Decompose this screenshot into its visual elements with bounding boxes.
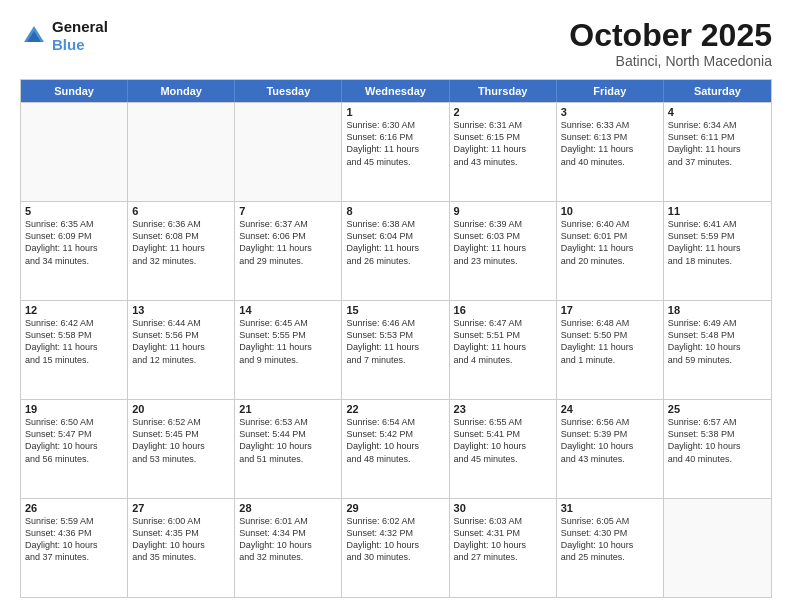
logo-icon: [20, 22, 48, 50]
cell-daylight-info: Sunrise: 6:30 AM Sunset: 6:16 PM Dayligh…: [346, 119, 444, 168]
calendar-cell: 13Sunrise: 6:44 AM Sunset: 5:56 PM Dayli…: [128, 301, 235, 399]
day-number: 15: [346, 304, 444, 316]
day-number: 27: [132, 502, 230, 514]
cell-daylight-info: Sunrise: 6:01 AM Sunset: 4:34 PM Dayligh…: [239, 515, 337, 564]
day-number: 23: [454, 403, 552, 415]
cell-daylight-info: Sunrise: 6:00 AM Sunset: 4:35 PM Dayligh…: [132, 515, 230, 564]
day-number: 9: [454, 205, 552, 217]
cell-daylight-info: Sunrise: 6:46 AM Sunset: 5:53 PM Dayligh…: [346, 317, 444, 366]
calendar-cell: 18Sunrise: 6:49 AM Sunset: 5:48 PM Dayli…: [664, 301, 771, 399]
calendar-cell: 15Sunrise: 6:46 AM Sunset: 5:53 PM Dayli…: [342, 301, 449, 399]
day-number: 29: [346, 502, 444, 514]
calendar-cell: 22Sunrise: 6:54 AM Sunset: 5:42 PM Dayli…: [342, 400, 449, 498]
day-number: 13: [132, 304, 230, 316]
day-number: 21: [239, 403, 337, 415]
calendar-cell: [21, 103, 128, 201]
day-number: 12: [25, 304, 123, 316]
calendar-cell: 28Sunrise: 6:01 AM Sunset: 4:34 PM Dayli…: [235, 499, 342, 597]
day-number: 28: [239, 502, 337, 514]
cell-daylight-info: Sunrise: 6:49 AM Sunset: 5:48 PM Dayligh…: [668, 317, 767, 366]
weekday-header-thursday: Thursday: [450, 80, 557, 102]
calendar-cell: [128, 103, 235, 201]
cell-daylight-info: Sunrise: 6:48 AM Sunset: 5:50 PM Dayligh…: [561, 317, 659, 366]
day-number: 4: [668, 106, 767, 118]
calendar-cell: 1Sunrise: 6:30 AM Sunset: 6:16 PM Daylig…: [342, 103, 449, 201]
calendar-cell: 5Sunrise: 6:35 AM Sunset: 6:09 PM Daylig…: [21, 202, 128, 300]
cell-daylight-info: Sunrise: 6:42 AM Sunset: 5:58 PM Dayligh…: [25, 317, 123, 366]
cell-daylight-info: Sunrise: 6:54 AM Sunset: 5:42 PM Dayligh…: [346, 416, 444, 465]
cell-daylight-info: Sunrise: 6:53 AM Sunset: 5:44 PM Dayligh…: [239, 416, 337, 465]
calendar-cell: 27Sunrise: 6:00 AM Sunset: 4:35 PM Dayli…: [128, 499, 235, 597]
calendar-cell: 3Sunrise: 6:33 AM Sunset: 6:13 PM Daylig…: [557, 103, 664, 201]
location-subtitle: Batinci, North Macedonia: [569, 53, 772, 69]
day-number: 7: [239, 205, 337, 217]
calendar: SundayMondayTuesdayWednesdayThursdayFrid…: [20, 79, 772, 598]
cell-daylight-info: Sunrise: 6:47 AM Sunset: 5:51 PM Dayligh…: [454, 317, 552, 366]
day-number: 14: [239, 304, 337, 316]
calendar-row: 19Sunrise: 6:50 AM Sunset: 5:47 PM Dayli…: [21, 399, 771, 498]
weekday-header-sunday: Sunday: [21, 80, 128, 102]
cell-daylight-info: Sunrise: 6:50 AM Sunset: 5:47 PM Dayligh…: [25, 416, 123, 465]
weekday-header-monday: Monday: [128, 80, 235, 102]
cell-daylight-info: Sunrise: 6:38 AM Sunset: 6:04 PM Dayligh…: [346, 218, 444, 267]
day-number: 25: [668, 403, 767, 415]
calendar-cell: 14Sunrise: 6:45 AM Sunset: 5:55 PM Dayli…: [235, 301, 342, 399]
logo: General Blue: [20, 18, 108, 54]
day-number: 5: [25, 205, 123, 217]
day-number: 1: [346, 106, 444, 118]
day-number: 3: [561, 106, 659, 118]
weekday-header-wednesday: Wednesday: [342, 80, 449, 102]
cell-daylight-info: Sunrise: 6:03 AM Sunset: 4:31 PM Dayligh…: [454, 515, 552, 564]
cell-daylight-info: Sunrise: 6:02 AM Sunset: 4:32 PM Dayligh…: [346, 515, 444, 564]
cell-daylight-info: Sunrise: 6:37 AM Sunset: 6:06 PM Dayligh…: [239, 218, 337, 267]
weekday-header-tuesday: Tuesday: [235, 80, 342, 102]
weekday-header-saturday: Saturday: [664, 80, 771, 102]
calendar-cell: 10Sunrise: 6:40 AM Sunset: 6:01 PM Dayli…: [557, 202, 664, 300]
calendar-cell: 8Sunrise: 6:38 AM Sunset: 6:04 PM Daylig…: [342, 202, 449, 300]
page: General Blue October 2025 Batinci, North…: [0, 0, 792, 612]
cell-daylight-info: Sunrise: 6:44 AM Sunset: 5:56 PM Dayligh…: [132, 317, 230, 366]
day-number: 18: [668, 304, 767, 316]
day-number: 11: [668, 205, 767, 217]
calendar-cell: 31Sunrise: 6:05 AM Sunset: 4:30 PM Dayli…: [557, 499, 664, 597]
calendar-cell: 24Sunrise: 6:56 AM Sunset: 5:39 PM Dayli…: [557, 400, 664, 498]
day-number: 22: [346, 403, 444, 415]
calendar-cell: 7Sunrise: 6:37 AM Sunset: 6:06 PM Daylig…: [235, 202, 342, 300]
calendar-row: 26Sunrise: 5:59 AM Sunset: 4:36 PM Dayli…: [21, 498, 771, 597]
calendar-cell: 17Sunrise: 6:48 AM Sunset: 5:50 PM Dayli…: [557, 301, 664, 399]
calendar-cell: 6Sunrise: 6:36 AM Sunset: 6:08 PM Daylig…: [128, 202, 235, 300]
day-number: 10: [561, 205, 659, 217]
calendar-cell: 12Sunrise: 6:42 AM Sunset: 5:58 PM Dayli…: [21, 301, 128, 399]
day-number: 20: [132, 403, 230, 415]
cell-daylight-info: Sunrise: 6:33 AM Sunset: 6:13 PM Dayligh…: [561, 119, 659, 168]
cell-daylight-info: Sunrise: 6:45 AM Sunset: 5:55 PM Dayligh…: [239, 317, 337, 366]
cell-daylight-info: Sunrise: 6:52 AM Sunset: 5:45 PM Dayligh…: [132, 416, 230, 465]
day-number: 30: [454, 502, 552, 514]
calendar-row: 12Sunrise: 6:42 AM Sunset: 5:58 PM Dayli…: [21, 300, 771, 399]
calendar-cell: 2Sunrise: 6:31 AM Sunset: 6:15 PM Daylig…: [450, 103, 557, 201]
logo-text: General Blue: [52, 18, 108, 54]
day-number: 26: [25, 502, 123, 514]
calendar-header: SundayMondayTuesdayWednesdayThursdayFrid…: [21, 80, 771, 102]
cell-daylight-info: Sunrise: 6:05 AM Sunset: 4:30 PM Dayligh…: [561, 515, 659, 564]
cell-daylight-info: Sunrise: 6:36 AM Sunset: 6:08 PM Dayligh…: [132, 218, 230, 267]
calendar-body: 1Sunrise: 6:30 AM Sunset: 6:16 PM Daylig…: [21, 102, 771, 597]
calendar-cell: 16Sunrise: 6:47 AM Sunset: 5:51 PM Dayli…: [450, 301, 557, 399]
calendar-cell: [664, 499, 771, 597]
calendar-cell: 4Sunrise: 6:34 AM Sunset: 6:11 PM Daylig…: [664, 103, 771, 201]
weekday-header-friday: Friday: [557, 80, 664, 102]
cell-daylight-info: Sunrise: 5:59 AM Sunset: 4:36 PM Dayligh…: [25, 515, 123, 564]
cell-daylight-info: Sunrise: 6:55 AM Sunset: 5:41 PM Dayligh…: [454, 416, 552, 465]
month-title: October 2025: [569, 18, 772, 53]
cell-daylight-info: Sunrise: 6:40 AM Sunset: 6:01 PM Dayligh…: [561, 218, 659, 267]
day-number: 6: [132, 205, 230, 217]
cell-daylight-info: Sunrise: 6:57 AM Sunset: 5:38 PM Dayligh…: [668, 416, 767, 465]
calendar-row: 5Sunrise: 6:35 AM Sunset: 6:09 PM Daylig…: [21, 201, 771, 300]
calendar-cell: 20Sunrise: 6:52 AM Sunset: 5:45 PM Dayli…: [128, 400, 235, 498]
day-number: 16: [454, 304, 552, 316]
day-number: 31: [561, 502, 659, 514]
calendar-cell: 11Sunrise: 6:41 AM Sunset: 5:59 PM Dayli…: [664, 202, 771, 300]
day-number: 17: [561, 304, 659, 316]
title-block: October 2025 Batinci, North Macedonia: [569, 18, 772, 69]
header: General Blue October 2025 Batinci, North…: [20, 18, 772, 69]
